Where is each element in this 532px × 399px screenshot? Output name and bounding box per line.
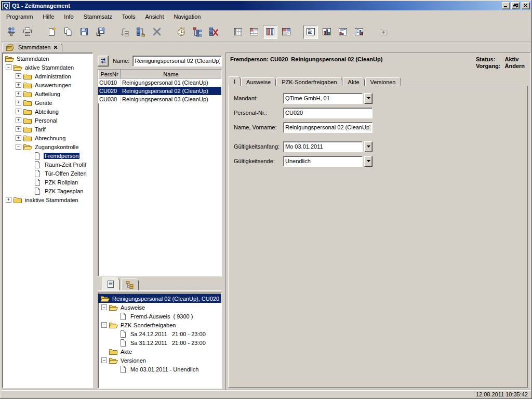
toolbar-new-document-button[interactable] [45,25,59,39]
menu-item-tools[interactable]: Tools [121,12,137,21]
restore-button[interactable] [511,2,520,9]
expander-plus-icon[interactable]: + [16,100,21,105]
tree-item[interactable]: +Aufteilung [3,89,92,98]
toolbar-stopwatch-button[interactable] [174,25,189,39]
tree-item[interactable]: −Versionen [98,356,221,365]
toolbar-printer-button[interactable] [20,25,35,39]
column-header-name[interactable]: Name [121,70,221,78]
tree-item-label: Abteilung [34,109,60,115]
expander-plus-icon[interactable]: + [6,197,11,203]
tree-item[interactable]: Akte [98,347,221,356]
gueltigkeitsende-input[interactable] [283,156,363,167]
tree-item[interactable]: +Geräte [3,98,92,107]
detail-tab-pzk-sonderfreigaben[interactable]: PZK-Sonderfreigaben [276,77,342,86]
toolbar-delete-list-button[interactable] [206,25,221,39]
tab-close-icon[interactable] [54,46,58,49]
personal-nr-input[interactable] [283,108,373,118]
toolbar-view-table-button[interactable] [231,25,245,39]
tree-item[interactable]: −Zugangskontrolle [3,142,92,151]
tree-item[interactable]: +Personal [3,116,92,125]
detail-tab-akte[interactable]: Akte [343,77,365,86]
menu-item-navigation[interactable]: Navigation [173,12,202,21]
expander-minus-icon[interactable]: − [16,144,21,150]
tree-item[interactable]: Tür-Offen Zeiten [3,169,92,178]
toolbar-view-chart-button[interactable] [320,25,334,39]
tab-stammdaten[interactable]: Stammdaten [2,43,62,52]
mandant-dropdown-button[interactable] [364,93,373,104]
tree-item[interactable]: +Tarif [3,125,92,134]
view-tab-list-tab[interactable] [102,277,119,290]
tree-item[interactable]: Fremd-Ausweis ( 9300 ) [98,312,221,321]
expander-plus-icon[interactable]: + [16,91,21,97]
toolbar-view-columns-button[interactable] [263,25,277,39]
tree-item[interactable]: −aktive Stammdaten [3,63,92,72]
expander-plus-icon[interactable]: + [16,73,21,79]
tree-item[interactable]: −Ausweise [98,303,221,312]
table-row[interactable]: CU010Reinigungspersonal 01 (CleanUp) [98,78,221,87]
tree-item[interactable]: Reinigungspersonal 02 (CleanUp), CU020 [98,294,221,303]
tree-item[interactable]: Sa 24.12.2011 21:00 - 23:00 [98,329,221,338]
table-row[interactable]: CU030Reinigungspersonal 03 (CleanUp) [98,95,221,103]
tree-item[interactable]: Raum-Zeit Profil [3,160,92,169]
expander-plus-icon[interactable]: + [16,109,21,114]
tree-item[interactable]: PZK Tagesplan [3,187,92,195]
expander-minus-icon[interactable]: − [6,64,11,70]
expander-plus-icon[interactable]: + [16,82,21,88]
menu-item-info[interactable]: Info [63,12,74,21]
tree-item[interactable]: −PZK-Sonderfreigaben [98,321,221,329]
tree-item[interactable]: Sa 31.12.2011 21:00 - 23:00 [98,338,221,347]
toolbar-view-bottom-button[interactable] [279,25,294,39]
expander-minus-icon[interactable]: − [101,304,107,310]
toolbar-delete-x-button[interactable] [150,25,164,39]
document-icon [118,366,128,373]
gueltigkeitsanfang-dropdown-button[interactable] [364,141,373,152]
tree-item[interactable]: +Auswertungen [3,81,92,89]
name-vorname-input[interactable] [283,122,373,133]
toolbar-save-as-button[interactable] [93,25,108,39]
tree-item[interactable]: +inaktive Stammdaten [3,195,92,204]
expander-minus-icon[interactable]: − [101,322,107,328]
swap-refresh-button[interactable] [98,56,109,66]
toolbar-view-details-button[interactable] [303,25,318,39]
toolbar-users-filter-button[interactable] [4,25,19,39]
detail-tab-ausweise[interactable]: Ausweise [241,77,276,86]
toolbar-view-chart-table-button[interactable] [336,25,350,39]
menu-item-hilfe[interactable]: Hilfe [42,12,55,21]
tree-item[interactable]: +Abteilung [3,107,92,116]
tree-item[interactable]: +Administration [3,72,92,81]
toolbar-group [117,25,166,39]
menu-item-stammsatz[interactable]: Stammsatz [83,12,113,21]
toolbar-move-up-button[interactable] [117,25,132,39]
delete-list-icon [208,26,219,37]
tree-item[interactable]: PZK Rollplan [3,178,92,187]
table-row[interactable]: CU020Reinigungspersonal 02 (CleanUp) [98,87,221,95]
expander-plus-icon[interactable]: + [16,126,21,132]
gueltigkeitsende-dropdown-button[interactable] [364,156,373,167]
tree-item[interactable]: Mo 03.01.2011 - Unendlich [98,365,221,374]
detail-tab-versionen[interactable]: Versionen [365,77,401,86]
expander-plus-icon[interactable]: + [16,117,21,123]
column-header-persnr[interactable]: PersNr [98,70,121,78]
mandant-input[interactable] [283,93,363,104]
menu-item-programm[interactable]: Programm [5,12,34,21]
gueltigkeitsanfang-input[interactable] [283,141,363,152]
toolbar [1,22,531,42]
toolbar-copy-button[interactable] [61,25,75,39]
toolbar-tree-structure-button[interactable] [190,25,205,39]
detail-tab-i[interactable]: I [229,76,241,86]
toolbar-view-form-table-button[interactable] [247,25,261,39]
minimize-button[interactable] [502,2,510,9]
toolbar-move-assign-button[interactable] [134,25,148,39]
tree-item[interactable]: Stammdaten [3,54,92,63]
tree-item[interactable]: Fremdperson [3,151,92,160]
cell-persnr: CU010 [98,78,121,87]
close-button[interactable] [522,2,530,9]
tree-item[interactable]: +Abrechnung [3,134,92,142]
toolbar-view-report-button[interactable] [352,25,366,39]
expander-minus-icon[interactable]: − [101,357,107,363]
view-tab-tree-tab[interactable] [121,278,139,290]
expander-plus-icon[interactable]: + [16,135,21,141]
toolbar-save-button[interactable] [77,25,91,39]
menu-item-ansicht[interactable]: Ansicht [144,12,165,21]
name-filter-input[interactable] [132,56,222,66]
